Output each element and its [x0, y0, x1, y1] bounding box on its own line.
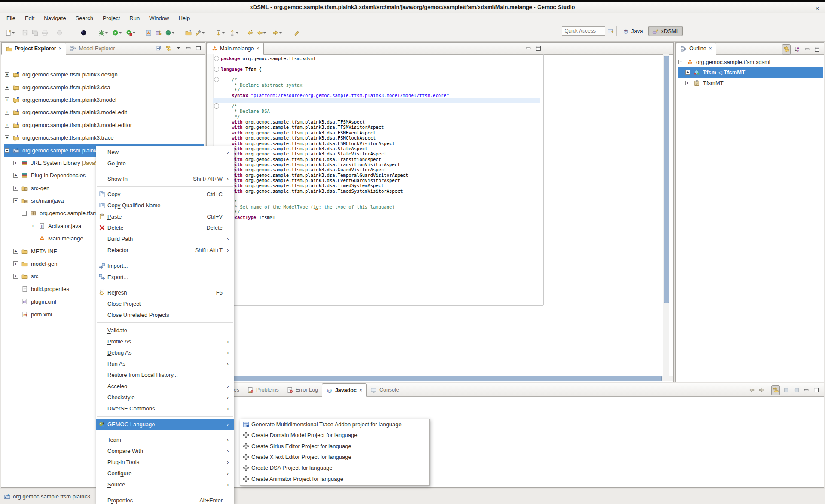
- expand-icon[interactable]: +: [13, 249, 18, 254]
- bottom-tab-problems[interactable]: Problems: [243, 383, 283, 396]
- editor-tab-main-melange[interactable]: Main.melange×: [207, 43, 264, 55]
- collapse-icon[interactable]: −: [13, 198, 18, 203]
- window-close-button[interactable]: ×: [816, 3, 819, 14]
- expand-icon[interactable]: +: [13, 173, 18, 178]
- title-bar[interactable]: xDSML - org.gemoc.sample.tfsm.plaink3.xd…: [0, 2, 825, 13]
- collapse-icon[interactable]: −: [678, 60, 683, 64]
- tree-item-org-gemoc-sample-tfsm-plaink3-trace[interactable]: +Jorg.gemoc.sample.tfsm.plaink3.trace: [4, 131, 204, 144]
- dropdown-caret-icon[interactable]: [133, 32, 135, 34]
- menu-item-refactor[interactable]: RefactorShift+Alt+T›: [96, 245, 234, 256]
- expand-icon[interactable]: +: [31, 224, 35, 228]
- fold-collapse-icon[interactable]: −: [214, 103, 219, 109]
- dropdown-caret-icon[interactable]: [222, 32, 225, 34]
- back-button[interactable]: [748, 387, 755, 394]
- menubar-item-file[interactable]: File: [2, 13, 20, 24]
- expand-icon[interactable]: +: [5, 72, 9, 77]
- dropdown-caret-icon[interactable]: [263, 32, 266, 34]
- dropdown-caret-icon[interactable]: [172, 32, 174, 34]
- dropdown-caret-icon[interactable]: [202, 32, 205, 34]
- submenu-item-create-dsa-project-for-language[interactable]: Create DSA Project for language: [240, 462, 429, 473]
- minimize-button[interactable]: [185, 44, 192, 51]
- menu-item-profile-as[interactable]: Profile As›: [96, 336, 234, 347]
- expand-icon[interactable]: +: [5, 97, 9, 102]
- editor-hscrollbar-thumb[interactable]: [211, 376, 662, 381]
- tab-close-icon[interactable]: ×: [359, 387, 362, 393]
- fold-collapse-icon[interactable]: −: [214, 67, 219, 72]
- editor-vscrollbar[interactable]: [663, 54, 669, 376]
- link-with-editor-button[interactable]: [771, 385, 780, 395]
- quick-access-input[interactable]: [562, 26, 605, 36]
- menu-item-source[interactable]: Source›: [96, 479, 234, 490]
- bottom-tab-javadoc[interactable]: @Javadoc×: [322, 383, 367, 397]
- menu-item-acceleo[interactable]: Acceleo›: [96, 381, 234, 392]
- menu-item-plug-in-tools[interactable]: Plug-in Tools›: [96, 457, 234, 468]
- outline-tab[interactable]: Outline×: [676, 43, 716, 55]
- tab-close-icon[interactable]: ×: [59, 46, 62, 52]
- expand-icon[interactable]: +: [685, 81, 690, 85]
- menu-item-go-into[interactable]: Go Into: [96, 158, 234, 169]
- tab-close-icon[interactable]: ×: [257, 46, 260, 52]
- menu-item-compare-with[interactable]: Compare With›: [96, 446, 234, 457]
- menu-item-debug-as[interactable]: Debug As›: [96, 347, 234, 358]
- tree-item-org-gemoc-sample-tfsm-plaink3-dsa[interactable]: +org.gemoc.sample.tfsm.plaink3.dsa: [4, 81, 204, 93]
- submenu-item-create-domain-model-project-for-language[interactable]: Create Domain Model Project for language: [240, 430, 429, 440]
- menu-item-configure[interactable]: Configure›: [96, 468, 234, 479]
- perspective-button-java[interactable]: Java: [619, 26, 646, 36]
- code-editor[interactable]: package org.gemoc.sample.tfsm.xdsmllangu…: [221, 56, 449, 220]
- prev-annotation-button[interactable]: [228, 28, 240, 37]
- bottom-tab-error-log[interactable]: Error Log: [283, 383, 322, 396]
- tree-item-org-gemoc-sample-tfsm-plaink3-design[interactable]: +Morg.gemoc.sample.tfsm.plaink3.design: [4, 68, 204, 81]
- submenu-item-create-xtext-editor-project-for-language[interactable]: Create XText Editor Project for language: [240, 452, 429, 462]
- new-plugin-project-button[interactable]: [154, 28, 162, 37]
- explorer-tab-project-explorer[interactable]: Project Explorer×: [1, 43, 66, 55]
- new-update-site-button[interactable]: [164, 28, 176, 37]
- menu-item-team[interactable]: Team›: [96, 434, 234, 446]
- maximize-button[interactable]: [813, 387, 819, 394]
- dropdown-caret-icon[interactable]: [119, 32, 122, 34]
- menu-item-refresh[interactable]: RefreshF5: [96, 287, 234, 298]
- forward-button[interactable]: [758, 387, 765, 394]
- perspective-button-xdsml[interactable]: xDSML: [648, 26, 683, 36]
- last-edit-button[interactable]: [245, 28, 254, 37]
- menu-item-export[interactable]: Export...: [96, 271, 234, 282]
- menu-item-gemoc-language[interactable]: GEMOC Language›: [96, 419, 234, 430]
- menubar-item-window[interactable]: Window: [144, 13, 174, 24]
- expand-icon[interactable]: +: [5, 110, 9, 115]
- search-button[interactable]: [194, 28, 206, 37]
- expand-icon[interactable]: +: [685, 70, 690, 75]
- pin-button[interactable]: [783, 387, 790, 394]
- sort-button[interactable]: az: [794, 46, 801, 53]
- tree-item-org-gemoc-sample-tfsm-plaink3-model-editor[interactable]: +Jorg.gemoc.sample.tfsm.plaink3.model.ed…: [4, 119, 204, 131]
- open-type-button[interactable]: [184, 28, 192, 37]
- maximize-button[interactable]: [195, 44, 202, 51]
- submenu-item-create-sirius-editor-project-for-language[interactable]: Create Sirius Editor Project for languag…: [240, 441, 429, 452]
- menu-item-validate[interactable]: Validate: [96, 325, 234, 336]
- expand-icon[interactable]: +: [13, 161, 18, 165]
- expand-icon[interactable]: +: [13, 274, 18, 279]
- menubar-item-navigate[interactable]: Navigate: [39, 13, 70, 24]
- editor-vscrollbar-thumb[interactable]: [664, 56, 669, 303]
- link-with-editor-button[interactable]: [165, 44, 172, 51]
- explorer-tab-model-explorer[interactable]: Model Explorer: [66, 43, 119, 54]
- submenu-item-create-animator-project-for-language[interactable]: Create Animator Project for language: [240, 473, 429, 484]
- collapse-icon[interactable]: −: [5, 148, 9, 153]
- expand-icon[interactable]: +: [5, 123, 9, 128]
- fold-collapse-icon[interactable]: −: [214, 77, 219, 82]
- minimize-button[interactable]: [804, 46, 810, 53]
- menu-item-checkstyle[interactable]: Checkstyle›: [96, 392, 234, 403]
- new-wizard-button[interactable]: [4, 28, 16, 37]
- run-history-button[interactable]: [125, 28, 137, 37]
- menu-item-paste[interactable]: PasteCtrl+V: [96, 211, 234, 222]
- menu-item-close-unrelated-projects[interactable]: Close Unrelated Projects: [96, 310, 234, 321]
- show-selected-element-button[interactable]: [793, 387, 800, 394]
- expand-icon[interactable]: +: [13, 261, 18, 266]
- link-with-editor-button[interactable]: [782, 44, 791, 55]
- collapse-icon[interactable]: −: [22, 211, 27, 216]
- editor-hscrollbar[interactable]: [207, 376, 673, 381]
- menu-item-import[interactable]: Import...: [96, 260, 234, 271]
- fold-collapse-icon[interactable]: −: [214, 56, 219, 61]
- new-melange-project-button[interactable]: [144, 28, 153, 37]
- tab-close-icon[interactable]: ×: [709, 46, 712, 52]
- bottom-tab-console[interactable]: Console: [367, 383, 403, 396]
- menubar-item-edit[interactable]: Edit: [20, 13, 39, 24]
